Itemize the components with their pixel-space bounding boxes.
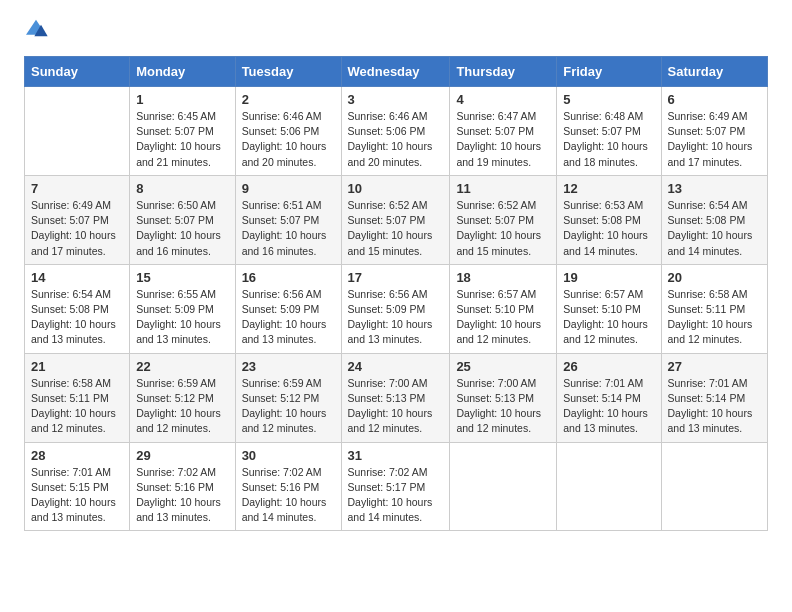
calendar-cell: 6Sunrise: 6:49 AM Sunset: 5:07 PM Daylig… — [661, 87, 768, 176]
logo-icon — [24, 18, 48, 38]
day-number: 8 — [136, 181, 228, 196]
calendar-cell: 25Sunrise: 7:00 AM Sunset: 5:13 PM Dayli… — [450, 353, 557, 442]
calendar-cell — [661, 442, 768, 531]
day-number: 4 — [456, 92, 550, 107]
calendar-header-row: SundayMondayTuesdayWednesdayThursdayFrid… — [25, 57, 768, 87]
calendar-cell: 29Sunrise: 7:02 AM Sunset: 5:16 PM Dayli… — [130, 442, 235, 531]
day-number: 29 — [136, 448, 228, 463]
calendar-cell: 23Sunrise: 6:59 AM Sunset: 5:12 PM Dayli… — [235, 353, 341, 442]
calendar-cell: 30Sunrise: 7:02 AM Sunset: 5:16 PM Dayli… — [235, 442, 341, 531]
calendar-cell: 8Sunrise: 6:50 AM Sunset: 5:07 PM Daylig… — [130, 175, 235, 264]
day-info: Sunrise: 6:54 AM Sunset: 5:08 PM Dayligh… — [31, 287, 123, 348]
header-tuesday: Tuesday — [235, 57, 341, 87]
day-number: 1 — [136, 92, 228, 107]
calendar-week-row: 28Sunrise: 7:01 AM Sunset: 5:15 PM Dayli… — [25, 442, 768, 531]
day-info: Sunrise: 6:57 AM Sunset: 5:10 PM Dayligh… — [456, 287, 550, 348]
day-number: 2 — [242, 92, 335, 107]
header-saturday: Saturday — [661, 57, 768, 87]
header-thursday: Thursday — [450, 57, 557, 87]
day-info: Sunrise: 7:01 AM Sunset: 5:14 PM Dayligh… — [563, 376, 654, 437]
day-info: Sunrise: 6:59 AM Sunset: 5:12 PM Dayligh… — [242, 376, 335, 437]
day-info: Sunrise: 6:53 AM Sunset: 5:08 PM Dayligh… — [563, 198, 654, 259]
calendar-cell: 10Sunrise: 6:52 AM Sunset: 5:07 PM Dayli… — [341, 175, 450, 264]
day-number: 24 — [348, 359, 444, 374]
calendar-cell: 24Sunrise: 7:00 AM Sunset: 5:13 PM Dayli… — [341, 353, 450, 442]
day-number: 26 — [563, 359, 654, 374]
calendar-cell: 31Sunrise: 7:02 AM Sunset: 5:17 PM Dayli… — [341, 442, 450, 531]
calendar-cell: 14Sunrise: 6:54 AM Sunset: 5:08 PM Dayli… — [25, 264, 130, 353]
day-info: Sunrise: 6:50 AM Sunset: 5:07 PM Dayligh… — [136, 198, 228, 259]
calendar-cell — [25, 87, 130, 176]
day-info: Sunrise: 6:59 AM Sunset: 5:12 PM Dayligh… — [136, 376, 228, 437]
calendar-cell: 16Sunrise: 6:56 AM Sunset: 5:09 PM Dayli… — [235, 264, 341, 353]
calendar-cell: 21Sunrise: 6:58 AM Sunset: 5:11 PM Dayli… — [25, 353, 130, 442]
calendar-cell: 2Sunrise: 6:46 AM Sunset: 5:06 PM Daylig… — [235, 87, 341, 176]
calendar-cell: 15Sunrise: 6:55 AM Sunset: 5:09 PM Dayli… — [130, 264, 235, 353]
day-info: Sunrise: 7:00 AM Sunset: 5:13 PM Dayligh… — [456, 376, 550, 437]
calendar-cell: 12Sunrise: 6:53 AM Sunset: 5:08 PM Dayli… — [557, 175, 661, 264]
logo — [24, 20, 52, 40]
day-info: Sunrise: 6:58 AM Sunset: 5:11 PM Dayligh… — [31, 376, 123, 437]
day-info: Sunrise: 6:46 AM Sunset: 5:06 PM Dayligh… — [242, 109, 335, 170]
day-number: 7 — [31, 181, 123, 196]
day-info: Sunrise: 7:00 AM Sunset: 5:13 PM Dayligh… — [348, 376, 444, 437]
calendar-cell: 7Sunrise: 6:49 AM Sunset: 5:07 PM Daylig… — [25, 175, 130, 264]
day-number: 3 — [348, 92, 444, 107]
calendar-cell: 27Sunrise: 7:01 AM Sunset: 5:14 PM Dayli… — [661, 353, 768, 442]
day-number: 20 — [668, 270, 762, 285]
day-info: Sunrise: 6:56 AM Sunset: 5:09 PM Dayligh… — [348, 287, 444, 348]
day-info: Sunrise: 6:51 AM Sunset: 5:07 PM Dayligh… — [242, 198, 335, 259]
day-info: Sunrise: 7:02 AM Sunset: 5:16 PM Dayligh… — [242, 465, 335, 526]
calendar-cell: 9Sunrise: 6:51 AM Sunset: 5:07 PM Daylig… — [235, 175, 341, 264]
header-friday: Friday — [557, 57, 661, 87]
day-number: 22 — [136, 359, 228, 374]
calendar-table: SundayMondayTuesdayWednesdayThursdayFrid… — [24, 56, 768, 531]
day-number: 23 — [242, 359, 335, 374]
day-info: Sunrise: 7:01 AM Sunset: 5:14 PM Dayligh… — [668, 376, 762, 437]
calendar-cell: 28Sunrise: 7:01 AM Sunset: 5:15 PM Dayli… — [25, 442, 130, 531]
calendar-cell: 11Sunrise: 6:52 AM Sunset: 5:07 PM Dayli… — [450, 175, 557, 264]
calendar-cell: 1Sunrise: 6:45 AM Sunset: 5:07 PM Daylig… — [130, 87, 235, 176]
calendar-cell: 20Sunrise: 6:58 AM Sunset: 5:11 PM Dayli… — [661, 264, 768, 353]
day-info: Sunrise: 7:02 AM Sunset: 5:16 PM Dayligh… — [136, 465, 228, 526]
calendar-cell: 19Sunrise: 6:57 AM Sunset: 5:10 PM Dayli… — [557, 264, 661, 353]
day-info: Sunrise: 6:48 AM Sunset: 5:07 PM Dayligh… — [563, 109, 654, 170]
calendar-week-row: 1Sunrise: 6:45 AM Sunset: 5:07 PM Daylig… — [25, 87, 768, 176]
day-number: 5 — [563, 92, 654, 107]
day-number: 12 — [563, 181, 654, 196]
day-number: 21 — [31, 359, 123, 374]
day-info: Sunrise: 7:01 AM Sunset: 5:15 PM Dayligh… — [31, 465, 123, 526]
day-info: Sunrise: 6:52 AM Sunset: 5:07 PM Dayligh… — [456, 198, 550, 259]
day-number: 28 — [31, 448, 123, 463]
day-info: Sunrise: 6:49 AM Sunset: 5:07 PM Dayligh… — [668, 109, 762, 170]
day-number: 19 — [563, 270, 654, 285]
day-number: 25 — [456, 359, 550, 374]
calendar-cell — [557, 442, 661, 531]
day-info: Sunrise: 6:49 AM Sunset: 5:07 PM Dayligh… — [31, 198, 123, 259]
day-info: Sunrise: 6:58 AM Sunset: 5:11 PM Dayligh… — [668, 287, 762, 348]
calendar-cell: 26Sunrise: 7:01 AM Sunset: 5:14 PM Dayli… — [557, 353, 661, 442]
day-info: Sunrise: 6:45 AM Sunset: 5:07 PM Dayligh… — [136, 109, 228, 170]
calendar-cell: 22Sunrise: 6:59 AM Sunset: 5:12 PM Dayli… — [130, 353, 235, 442]
calendar-cell: 5Sunrise: 6:48 AM Sunset: 5:07 PM Daylig… — [557, 87, 661, 176]
calendar-cell: 4Sunrise: 6:47 AM Sunset: 5:07 PM Daylig… — [450, 87, 557, 176]
day-number: 30 — [242, 448, 335, 463]
day-info: Sunrise: 6:47 AM Sunset: 5:07 PM Dayligh… — [456, 109, 550, 170]
day-info: Sunrise: 6:55 AM Sunset: 5:09 PM Dayligh… — [136, 287, 228, 348]
calendar-week-row: 21Sunrise: 6:58 AM Sunset: 5:11 PM Dayli… — [25, 353, 768, 442]
header-sunday: Sunday — [25, 57, 130, 87]
header-wednesday: Wednesday — [341, 57, 450, 87]
day-number: 6 — [668, 92, 762, 107]
day-number: 13 — [668, 181, 762, 196]
calendar-cell: 3Sunrise: 6:46 AM Sunset: 5:06 PM Daylig… — [341, 87, 450, 176]
day-info: Sunrise: 6:52 AM Sunset: 5:07 PM Dayligh… — [348, 198, 444, 259]
calendar-cell — [450, 442, 557, 531]
day-number: 15 — [136, 270, 228, 285]
day-number: 17 — [348, 270, 444, 285]
day-info: Sunrise: 6:56 AM Sunset: 5:09 PM Dayligh… — [242, 287, 335, 348]
day-number: 31 — [348, 448, 444, 463]
calendar-week-row: 7Sunrise: 6:49 AM Sunset: 5:07 PM Daylig… — [25, 175, 768, 264]
day-number: 10 — [348, 181, 444, 196]
day-info: Sunrise: 6:46 AM Sunset: 5:06 PM Dayligh… — [348, 109, 444, 170]
day-number: 18 — [456, 270, 550, 285]
